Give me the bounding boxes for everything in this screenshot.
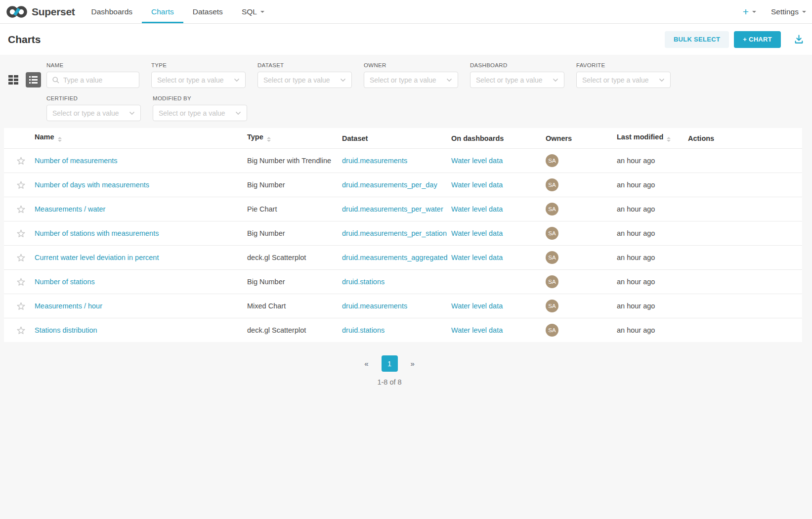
favorite-star-button[interactable] [17,302,25,310]
filter-bar: NAMEType a valueTYPESelect or type a val… [0,55,812,128]
chart-name-link[interactable]: Number of measurements [35,157,118,165]
nav-item-sql[interactable]: SQL [232,0,274,23]
filter-label: CERTIFIED [46,95,141,101]
nav-item-dashboards[interactable]: Dashboards [82,0,142,23]
filter-label: MODIFIED BY [153,95,247,101]
filter-placeholder: Select or type a value [476,76,543,84]
column-header-name[interactable]: Name [35,128,247,149]
filter-dashboard-select[interactable]: Select or type a value [470,72,564,88]
add-chart-button[interactable]: + CHART [734,31,781,48]
chart-type: Big Number [247,181,285,189]
owner-avatar[interactable]: SA [546,251,558,264]
favorite-star-button[interactable] [17,229,25,238]
chart-name-link[interactable]: Measurements / water [35,205,105,213]
dashboard-link[interactable]: Water level data [451,157,503,165]
last-modified: an hour ago [617,326,655,334]
dataset-link[interactable]: druid.measurements_per_day [342,181,437,189]
dashboard-link[interactable]: Water level data [451,254,503,261]
filter-label: FAVORITE [576,62,671,68]
chart-type: Big Number [247,278,285,286]
last-modified: an hour ago [617,302,655,310]
page-1-button[interactable]: 1 [382,355,398,372]
chart-name-link[interactable]: Number of stations [35,278,95,286]
column-label: Dataset [342,134,368,142]
dataset-link[interactable]: druid.stations [342,326,385,334]
view-toggles [7,72,46,88]
pagination: « 1 » [361,355,418,372]
superset-logo[interactable]: Superset [6,0,75,23]
nav-item-datasets[interactable]: Datasets [183,0,232,23]
pagination-wrap: « 1 » 1-8 of 8 [4,355,775,386]
chevron-down-icon [659,78,665,82]
filter-favorite-select[interactable]: Select or type a value [576,72,671,88]
table-row: Measurements / hourMixed Chartdruid.meas… [4,294,802,318]
owner-avatar[interactable]: SA [546,324,558,337]
dashboard-link[interactable]: Water level data [451,205,503,213]
owner-avatar[interactable]: SA [546,203,558,216]
column-label: Name [35,133,54,141]
filter-group-modified-by: MODIFIED BYSelect or type a value [153,95,247,121]
table-row: Stations distributiondeck.gl Scatterplot… [4,318,802,343]
export-button[interactable] [794,34,804,44]
actions-cell [688,318,802,343]
avatar-initials: SA [548,206,556,212]
filter-name-input[interactable]: Type a value [46,72,139,88]
dashboard-link[interactable]: Water level data [451,302,503,310]
column-header-last-modified[interactable]: Last modified [617,128,688,149]
actions-cell [688,173,802,197]
dataset-link[interactable]: druid.measurements [342,302,407,310]
favorite-star-button[interactable] [17,326,25,335]
table-row: Number of stations with measurementsBig … [4,221,802,246]
prev-page-button[interactable]: « [361,359,371,368]
card-view-icon[interactable] [7,74,20,86]
filter-owner-select[interactable]: Select or type a value [364,72,458,88]
dataset-link[interactable]: druid.measurements [342,157,407,165]
new-item-menu[interactable]: + [736,6,763,17]
chart-type: Mixed Chart [247,302,286,310]
owner-avatar[interactable]: SA [546,227,558,240]
column-label: Last modified [617,133,663,141]
dashboard-empty-cell [451,270,546,294]
dataset-link[interactable]: druid.measurements_per_water [342,205,443,213]
dashboard-link[interactable]: Water level data [451,326,503,334]
actions-cell [688,246,802,270]
favorite-star-button[interactable] [17,181,25,189]
favorite-star-button[interactable] [17,278,25,286]
last-modified: an hour ago [617,229,655,237]
column-header-type[interactable]: Type [247,128,342,149]
star-icon [17,278,25,286]
chart-name-link[interactable]: Current water level deviation in percent [35,254,159,261]
dataset-link[interactable]: druid.stations [342,278,385,286]
chart-name-link[interactable]: Measurements / hour [35,302,102,310]
filter-modified-by-select[interactable]: Select or type a value [153,105,247,121]
owner-avatar[interactable]: SA [546,178,558,191]
owner-avatar[interactable]: SA [546,154,558,167]
owner-avatar[interactable]: SA [546,300,558,312]
list-view-icon[interactable] [26,72,41,87]
filter-placeholder: Select or type a value [263,76,330,84]
owner-avatar[interactable]: SA [546,275,558,288]
dataset-link[interactable]: druid.measurements_per_station [342,229,447,237]
settings-menu[interactable]: Settings [763,7,807,16]
favorite-star-button[interactable] [17,157,25,165]
favorite-star-button[interactable] [17,205,25,214]
filter-certified-select[interactable]: Select or type a value [46,105,141,121]
dashboard-link[interactable]: Water level data [451,181,503,189]
nav-item-label: Charts [151,7,174,16]
dataset-link[interactable]: druid.measurements_aggregated [342,254,448,261]
filter-type-select[interactable]: Select or type a value [151,72,246,88]
chart-name-link[interactable]: Number of stations with measurements [35,229,159,237]
chart-name-link[interactable]: Number of days with measurements [35,181,149,189]
nav-item-label: Dashboards [91,7,132,16]
column-label: On dashboards [451,134,504,142]
chart-name-link[interactable]: Stations distribution [35,326,97,334]
favorite-star-button[interactable] [17,254,25,262]
filter-placeholder: Type a value [63,76,102,84]
bulk-select-button[interactable]: BULK SELECT [665,31,729,48]
dashboard-link[interactable]: Water level data [451,229,503,237]
nav-item-charts[interactable]: Charts [142,0,183,23]
next-page-button[interactable]: » [408,359,418,368]
filter-dataset-select[interactable]: Select or type a value [257,72,352,88]
subheader-actions: BULK SELECT + CHART [665,31,804,48]
chevron-down-icon [553,78,558,82]
